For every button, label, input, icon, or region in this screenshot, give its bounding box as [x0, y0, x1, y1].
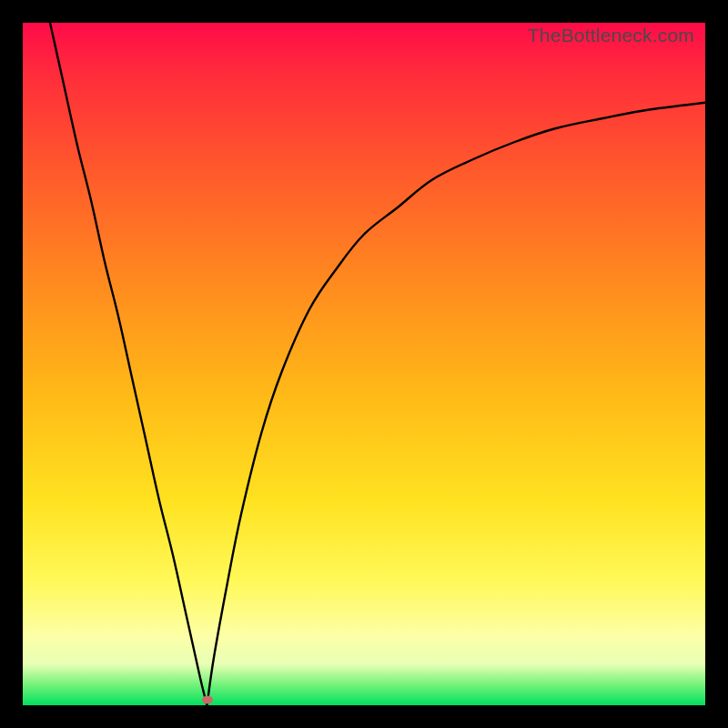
bottleneck-curve: [23, 23, 705, 705]
plot-area: TheBottleneck.com: [23, 23, 705, 705]
minimum-marker: [202, 696, 213, 704]
chart-frame: TheBottleneck.com: [0, 0, 728, 728]
curve-path: [50, 23, 705, 705]
watermark-text: TheBottleneck.com: [528, 25, 694, 46]
